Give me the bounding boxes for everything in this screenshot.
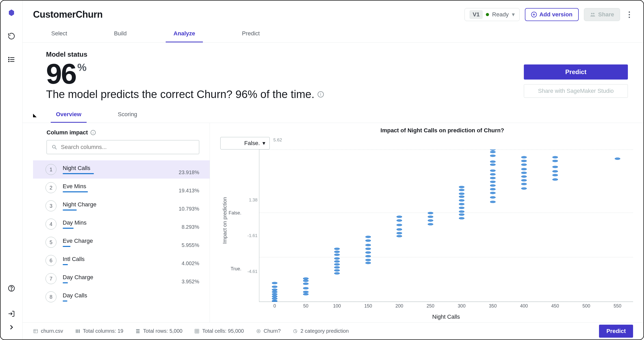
svg-point-57 xyxy=(459,211,464,213)
grid-icon xyxy=(194,329,199,334)
impact-name: Day Mins xyxy=(63,219,199,226)
svg-point-66 xyxy=(490,196,495,198)
model-status-heading: Model status xyxy=(46,50,324,58)
x-tick: 500 xyxy=(571,302,602,309)
impact-percent: 8.293% xyxy=(182,224,199,230)
impact-row[interactable]: 2Eve Mins19.413% xyxy=(33,179,210,197)
tab-predict[interactable]: Predict xyxy=(234,25,267,42)
list-icon[interactable] xyxy=(7,55,16,64)
file-indicator[interactable]: churn.csv xyxy=(33,328,63,334)
impact-row[interactable]: 3Night Charge10.793% xyxy=(33,197,210,215)
svg-point-22 xyxy=(303,291,308,293)
false-label: False. xyxy=(229,200,241,216)
refresh-icon[interactable] xyxy=(7,31,16,41)
x-tick: 350 xyxy=(477,302,508,309)
svg-point-35 xyxy=(334,251,340,253)
impact-bar xyxy=(63,228,74,229)
help-icon[interactable] xyxy=(7,283,16,293)
impact-name: Day Charge xyxy=(63,274,199,281)
svg-point-91 xyxy=(552,166,558,168)
exit-icon[interactable] xyxy=(7,309,16,319)
footer-predict-button[interactable]: Predict xyxy=(599,325,633,338)
page-title: CustomerChurn xyxy=(33,9,103,20)
prediction-type: 2 category prediction xyxy=(293,328,349,334)
chevron-down-icon: ▾ xyxy=(262,140,265,147)
svg-point-89 xyxy=(552,174,558,176)
subtab-overview[interactable]: Overview xyxy=(51,108,87,123)
svg-point-88 xyxy=(552,179,558,181)
svg-point-42 xyxy=(365,244,371,246)
info-icon[interactable]: i xyxy=(91,130,96,135)
tab-build[interactable]: Build xyxy=(106,25,134,42)
svg-point-64 xyxy=(459,186,464,188)
impact-row[interactable]: 6Intl Calls4.002% xyxy=(33,251,210,270)
more-menu-button[interactable] xyxy=(625,9,633,20)
y-axis-label: Impact on prediction xyxy=(220,123,229,322)
impact-percent: 10.793% xyxy=(179,206,199,212)
svg-point-17 xyxy=(272,291,277,293)
add-version-button[interactable]: + Add version xyxy=(525,8,579,21)
svg-point-46 xyxy=(397,232,402,234)
svg-rect-98 xyxy=(76,329,76,333)
impact-percent: 3.952% xyxy=(182,279,199,285)
svg-point-34 xyxy=(334,254,340,256)
svg-point-58 xyxy=(459,207,464,209)
svg-point-77 xyxy=(490,151,495,153)
svg-point-20 xyxy=(272,282,277,284)
svg-point-15 xyxy=(272,295,277,297)
analysis-subtabs: OverviewScoring xyxy=(23,101,643,123)
column-impact-panel: Column impact i 1Night Calls23.918%2Eve … xyxy=(23,123,210,322)
people-icon xyxy=(590,12,596,17)
share-label: Share xyxy=(598,11,614,18)
subtab-scoring[interactable]: Scoring xyxy=(113,108,143,123)
tab-select[interactable]: Select xyxy=(43,25,75,42)
svg-point-94 xyxy=(615,158,620,160)
impact-row[interactable]: 7Day Charge3.952% xyxy=(33,270,210,288)
svg-point-18 xyxy=(272,289,277,291)
svg-point-29 xyxy=(334,269,340,271)
scatter-plot[interactable] xyxy=(259,149,633,302)
share-sagemaker-button: Share with SageMaker Studio xyxy=(524,84,628,98)
rank-badge: 5 xyxy=(46,237,56,248)
accuracy-value: 96 xyxy=(46,60,76,88)
status-label: Ready xyxy=(492,11,509,18)
svg-point-109 xyxy=(257,329,260,333)
x-tick: 150 xyxy=(352,302,384,309)
svg-point-93 xyxy=(552,156,558,158)
tab-analyze[interactable]: Analyze xyxy=(166,25,203,42)
svg-point-70 xyxy=(490,181,495,183)
svg-point-69 xyxy=(490,185,495,187)
impact-row[interactable]: 1Night Calls23.918% xyxy=(33,160,210,179)
x-tick: 550 xyxy=(602,302,633,309)
rank-badge: 1 xyxy=(46,164,56,175)
version-status-pill[interactable]: V1 Ready ▾ xyxy=(465,8,520,21)
svg-rect-99 xyxy=(77,329,78,333)
impact-row[interactable]: 5Eve Charge5.955% xyxy=(33,233,210,251)
impact-row[interactable]: 8Day Calls xyxy=(33,288,210,306)
svg-point-4 xyxy=(9,59,9,60)
svg-point-53 xyxy=(428,216,433,218)
expand-rail-icon[interactable] xyxy=(7,322,16,332)
svg-point-10 xyxy=(593,13,595,15)
svg-point-79 xyxy=(521,187,527,189)
svg-rect-95 xyxy=(34,329,38,333)
svg-point-40 xyxy=(365,251,371,253)
info-icon[interactable]: i xyxy=(318,91,324,97)
table-icon xyxy=(33,329,38,334)
predict-button[interactable]: Predict xyxy=(524,64,628,80)
header: CustomerChurn V1 Ready ▾ + Add version S… xyxy=(23,1,643,23)
svg-point-60 xyxy=(459,199,464,201)
logo-icon[interactable] xyxy=(7,8,16,18)
svg-point-25 xyxy=(303,280,308,282)
columns-icon xyxy=(75,329,80,334)
svg-point-78 xyxy=(490,149,495,151)
svg-point-30 xyxy=(334,266,340,269)
svg-point-7 xyxy=(11,290,12,290)
impact-row[interactable]: 4Day Mins8.293% xyxy=(33,215,210,233)
x-tick: 450 xyxy=(539,302,571,309)
search-columns-input[interactable] xyxy=(47,140,199,154)
svg-rect-101 xyxy=(136,329,140,330)
category-icon xyxy=(293,329,298,334)
x-tick: 400 xyxy=(508,302,540,309)
search-field[interactable] xyxy=(61,144,194,151)
